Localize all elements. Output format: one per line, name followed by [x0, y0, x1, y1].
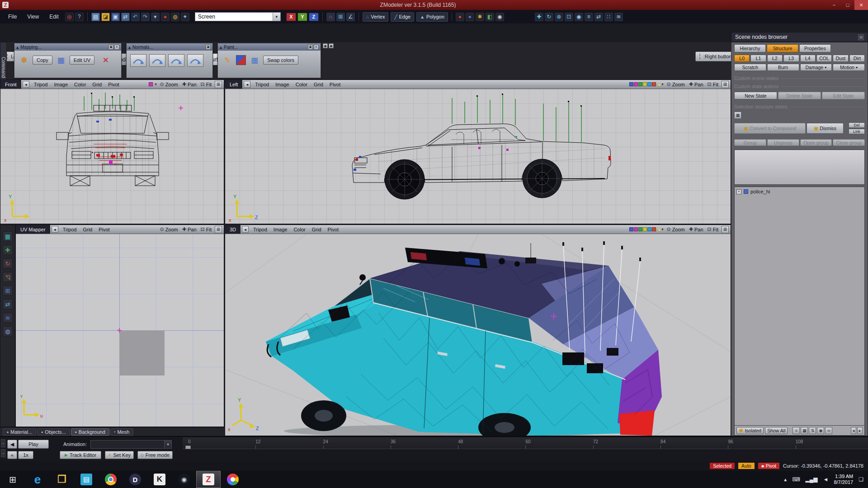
- uv-tool-icon[interactable]: ▦: [3, 231, 13, 241]
- set-key-button[interactable]: ✦ Set Key: [105, 451, 134, 459]
- selection-mode-button[interactable]: ∴ Vertex: [363, 12, 389, 22]
- dock-tab[interactable]: ▴ Material...: [3, 428, 36, 436]
- dock-icon[interactable]: ⊡: [858, 34, 864, 40]
- mini-button[interactable]: Link: [849, 129, 865, 134]
- speed-button[interactable]: 1x: [18, 451, 33, 459]
- toolbar-icon[interactable]: ◪: [101, 13, 110, 21]
- timeline-dock-icon[interactable]: ▪: [1, 449, 5, 457]
- state-button[interactable]: Motion: [833, 64, 865, 71]
- shading-mode-icon[interactable]: [638, 227, 642, 231]
- collapse-icon[interactable]: ▴: [16, 45, 19, 50]
- view-toggle-icon[interactable]: ◉: [817, 427, 824, 434]
- toolbar-icon[interactable]: ●: [466, 13, 474, 21]
- scroll-arrow-icon[interactable]: ▸: [857, 427, 863, 434]
- scene-browser-tab[interactable]: Properties: [799, 44, 831, 52]
- toolbar-icon[interactable]: ?: [75, 13, 84, 21]
- lod-button[interactable]: L2: [767, 55, 783, 62]
- shading-mode-icon[interactable]: [629, 227, 633, 231]
- viewport-menu[interactable]: Tripod: [60, 227, 80, 232]
- toolbar-icon[interactable]: ▤: [91, 13, 100, 21]
- isolated-button[interactable]: ▣ Isolated: [736, 427, 764, 434]
- shading-mode-icon[interactable]: [629, 82, 633, 86]
- lod-button[interactable]: L1: [750, 55, 766, 62]
- toolbar-icon[interactable]: ⇄: [594, 13, 603, 21]
- maximize-button[interactable]: □: [841, 0, 854, 10]
- timeline-dock-icon[interactable]: ▪: [1, 439, 5, 447]
- viewport-menu[interactable]: Pivot: [105, 82, 122, 87]
- auto-indicator[interactable]: Auto: [738, 463, 755, 469]
- view-toggle-icon[interactable]: ▦: [801, 427, 808, 434]
- viewport-tool[interactable]: ⊙Zoom: [665, 81, 686, 87]
- collapse-icon[interactable]: ▴: [220, 45, 222, 50]
- normals-tool-icon[interactable]: [187, 54, 203, 67]
- viewport-menu[interactable]: Image: [272, 82, 292, 87]
- toolbar-icon[interactable]: ∠: [346, 13, 355, 21]
- convert-to-compound-button[interactable]: ▣ Convert to Compound: [734, 123, 806, 134]
- toolbar-icon[interactable]: ⇄: [121, 13, 130, 21]
- toolbar-icon[interactable]: ◍: [171, 13, 179, 21]
- scroll-arrow-icon[interactable]: ◂: [851, 427, 856, 434]
- toolbar-icon[interactable]: ✦: [181, 13, 189, 21]
- timeline-ruler[interactable]: 01224364860728496108: [183, 437, 868, 449]
- states-listbox[interactable]: [734, 150, 865, 185]
- axis-toggle[interactable]: X: [286, 13, 296, 21]
- lighting-menu[interactable]: ● ▾: [658, 227, 664, 232]
- lod-button[interactable]: Dust: [833, 55, 848, 62]
- menu-item[interactable]: Edit: [45, 12, 63, 21]
- front-viewport-canvas[interactable]: Y x: [0, 89, 224, 224]
- pivot-indicator[interactable]: ◉ Pivot: [758, 463, 779, 469]
- viewport-tool[interactable]: ⊡Fit: [706, 81, 720, 87]
- shading-mode-icon[interactable]: [643, 227, 647, 231]
- uv-tool-icon[interactable]: ✚: [3, 245, 13, 255]
- render-mode-icon[interactable]: [149, 82, 153, 86]
- state-button[interactable]: Scratch: [734, 64, 766, 71]
- selection-mode-button[interactable]: ▲ Polygon: [416, 12, 448, 22]
- viewport-menu[interactable]: Grid: [89, 82, 105, 87]
- normals-tool-icon[interactable]: [130, 54, 146, 67]
- close-button[interactable]: ✕: [854, 0, 868, 10]
- dismiss-button[interactable]: ▣ Dismiss: [807, 123, 844, 134]
- minimize-button[interactable]: −: [827, 0, 841, 10]
- taskbar-paint[interactable]: [221, 471, 245, 488]
- chevron-down-icon[interactable]: ▾: [155, 82, 156, 86]
- uv-canvas[interactable]: v u: [16, 234, 224, 427]
- shading-mode-icon[interactable]: [638, 82, 642, 86]
- taskbar-k-app[interactable]: K: [147, 471, 172, 488]
- toolbar-icon[interactable]: ✱: [476, 13, 484, 21]
- dock-tab[interactable]: ▴ Objects...: [37, 428, 70, 436]
- viewport-menu[interactable]: Color: [290, 227, 308, 232]
- frame-marker[interactable]: [185, 446, 191, 449]
- shading-mode-icon[interactable]: [634, 227, 638, 231]
- toolbar-icon[interactable]: ▾: [151, 13, 160, 21]
- taskbar-chrome[interactable]: [99, 471, 123, 488]
- color-swap-swatch-icon[interactable]: [236, 55, 246, 65]
- dock-tab[interactable]: ▴ Background: [71, 428, 109, 436]
- toolbar-icon[interactable]: ◧: [486, 13, 494, 21]
- group-button[interactable]: Ungroup: [767, 139, 799, 146]
- grid-toggle-icon[interactable]: ⊞: [215, 81, 222, 88]
- menu-item[interactable]: View: [23, 12, 43, 21]
- uv-tool-icon[interactable]: ◹: [3, 272, 13, 282]
- edit-uv-button[interactable]: Edit UV: [70, 56, 94, 65]
- view-toggle-icon[interactable]: ⇅: [809, 427, 816, 434]
- tray-icon[interactable]: ⌨: [792, 476, 800, 483]
- viewport-menu[interactable]: Grid: [80, 227, 95, 232]
- scene-browser-tab[interactable]: Structure: [767, 44, 798, 52]
- taskbar-file-explorer[interactable]: ❒: [50, 471, 74, 488]
- toolbar-icon[interactable]: ∷: [604, 13, 613, 21]
- grid-toggle-icon[interactable]: ⊞: [722, 81, 729, 88]
- free-mode-button[interactable]: ◇ Free mode: [137, 451, 173, 459]
- scene-browser-tab[interactable]: Hierarchy: [734, 44, 766, 52]
- viewport-tool[interactable]: ⊙Zoom: [665, 226, 686, 232]
- viewport-menu[interactable]: Pivot: [325, 227, 342, 232]
- show-all-button[interactable]: Show All: [765, 427, 788, 434]
- dock-icon[interactable]: ▣: [308, 45, 313, 50]
- lod-button[interactable]: Dirt: [849, 55, 865, 62]
- play-button[interactable]: Play: [18, 440, 49, 449]
- state-button[interactable]: Damage: [800, 64, 832, 71]
- scene-node-row[interactable]: + police_hi: [736, 189, 863, 194]
- normals-tool-icon[interactable]: [168, 54, 184, 67]
- collapse-icon[interactable]: ◂: [242, 226, 249, 233]
- state-action-button[interactable]: New State: [734, 92, 777, 99]
- swap-colors-button[interactable]: Swap colors: [263, 56, 298, 65]
